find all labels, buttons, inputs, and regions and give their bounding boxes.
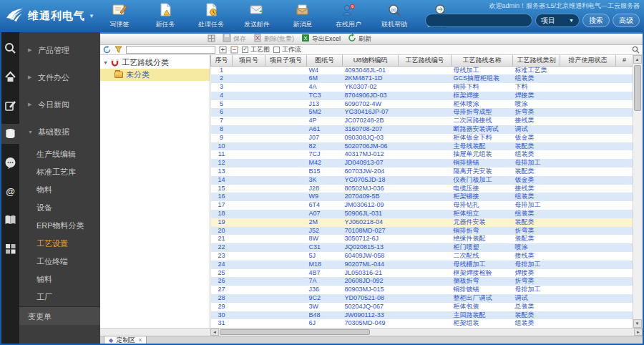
- table-row[interactable]: 74PJC070248-2B二次回路接线接线类: [211, 117, 633, 125]
- refresh-button[interactable]: 刷新: [348, 34, 371, 44]
- toolbar-help-button[interactable]: oo 联机帮助: [376, 3, 412, 29]
- scroll-up-icon[interactable]: ▲: [633, 55, 642, 64]
- table-row[interactable]: 24M1890207ML-044母线槽加工母排加工: [211, 261, 633, 269]
- sidebar-item-7[interactable]: 辅料: [19, 271, 100, 288]
- table-row[interactable]: 289C2YD070521-08整柜出厂调试调试: [211, 294, 633, 303]
- tree-filter-input[interactable]: [126, 46, 215, 54]
- table-row[interactable]: 10825020706JM-06主母线装配装配类: [211, 142, 633, 151]
- table-row[interactable]: 192MYJ060218-04元器件安装装配类: [211, 218, 633, 227]
- table-row[interactable]: 15J2880502MJ-036电缆压接接线类: [211, 185, 633, 193]
- column-header[interactable]: 工艺路线类别: [513, 55, 560, 66]
- table-row[interactable]: 8A613160708-207断路器安装调试调试: [211, 125, 633, 134]
- table-row[interactable]: 1W44093048JL-01母线加工标准工艺类: [211, 66, 633, 74]
- table-search-icon[interactable]: [632, 46, 640, 54]
- search-button[interactable]: 搜索: [582, 14, 610, 27]
- export-excel-button[interactable]: X 导出Excel: [301, 34, 341, 44]
- table-row[interactable]: 176T4JM030612-09母排钻孔母排加工: [211, 201, 633, 210]
- scroll-down-icon[interactable]: ▼: [633, 319, 642, 328]
- column-header[interactable]: 排产使用状态: [560, 55, 616, 66]
- tree-root-node[interactable]: ▼ 工艺路线分类: [100, 57, 210, 69]
- column-header[interactable]: #: [616, 55, 633, 66]
- toolbar-new-message-button[interactable]: 新消息: [285, 3, 321, 29]
- table-row[interactable]: 218W3050712-6J绝缘件装配装配类: [211, 235, 633, 243]
- sidebar-item-0[interactable]: 生产线编辑: [19, 145, 100, 163]
- workflow-checkbox[interactable]: 工作流: [273, 45, 301, 54]
- table-row[interactable]: 20J5270108MD-027铜排折弯折弯类: [211, 227, 633, 235]
- horizontal-scroll-thumb[interactable]: [220, 329, 370, 335]
- process-diagram-checkbox[interactable]: ✓ 工艺图: [242, 45, 270, 54]
- table-row[interactable]: 16W92070409-5B柜架铆接组装类: [211, 193, 633, 201]
- table-row[interactable]: 26M2KM4871-1DGCS抽屉柜组装组装类: [211, 74, 633, 83]
- filter-icon[interactable]: [114, 46, 122, 54]
- rail-gallery-icon[interactable]: [1, 238, 19, 258]
- sidebar-item-8[interactable]: 工厂: [19, 288, 100, 306]
- tree-refresh-icon[interactable]: [103, 46, 111, 54]
- table-row[interactable]: 12M42JD040913-07铜排搪锡母排加工: [211, 159, 633, 167]
- sidebar-item-2[interactable]: 物料: [19, 181, 100, 199]
- table-row[interactable]: 235J60409JW-058二次配线接线类: [211, 252, 633, 261]
- column-header[interactable]: 工艺路线名称: [452, 55, 513, 66]
- toolbar-new-task-button[interactable]: 新任务: [147, 3, 183, 29]
- close-icon[interactable]: ×: [138, 336, 142, 344]
- expand-all-icon[interactable]: [219, 46, 227, 54]
- sidebar-item-3[interactable]: 设备: [19, 199, 100, 217]
- collapse-all-icon[interactable]: [230, 46, 238, 54]
- table-row[interactable]: 34AYK0307-02铜排下料下料: [211, 83, 633, 92]
- vertical-scroll-thumb[interactable]: [634, 65, 641, 111]
- table-row[interactable]: 9J07090308JQ-03柜体钣金下料钣金类: [211, 134, 633, 142]
- table-row[interactable]: 5J136090702-4W柜体喷涂喷涂: [211, 100, 633, 109]
- app-logo[interactable]: 维通利电气 ▼: [0, 8, 102, 25]
- rail-chat-icon[interactable]: [1, 152, 19, 172]
- column-header[interactable]: 工艺路线编号: [399, 55, 452, 66]
- table-row[interactable]: 30B48JW090112-33主回路装配装配类: [211, 311, 633, 320]
- toolbar-note-button[interactable]: 写便签: [102, 3, 137, 29]
- sidebar-section-files[interactable]: ▶ 文件办公: [19, 64, 100, 91]
- column-header[interactable]: U8物料编码: [343, 55, 399, 66]
- scroll-right-icon[interactable]: ►: [634, 329, 643, 336]
- column-header[interactable]: 序号: [211, 55, 233, 66]
- sidebar-section-news[interactable]: ▶ 今日新闻: [19, 91, 100, 118]
- horizontal-scrollbar[interactable]: ◄ ►: [210, 328, 643, 336]
- column-header[interactable]: 图纸号: [307, 55, 343, 66]
- sidebar-item-6[interactable]: 工位终端: [19, 253, 100, 271]
- table-row[interactable]: 13B1560703JW-204隔离开关安装装配类: [211, 167, 633, 176]
- sidebar-section-product[interactable]: ▶ 产品管理: [19, 37, 100, 64]
- table-row[interactable]: 27J3680903MJ-015铜排镀锡母排加工: [211, 286, 633, 294]
- rail-book-icon[interactable]: [1, 210, 19, 230]
- scroll-left-icon[interactable]: ◄: [210, 329, 219, 336]
- column-header[interactable]: 项目号: [233, 55, 265, 66]
- table-row[interactable]: 254B7JL050316-21框架焊接检验焊接类: [211, 269, 633, 278]
- table-row[interactable]: 293W50204JQ-067柜体包装总装类: [211, 303, 633, 311]
- toolbar-online-users-button[interactable]: 9 在线用户: [331, 3, 366, 29]
- table-row[interactable]: 143KYG0705JD-18仪表门板加工钣金类: [211, 176, 633, 185]
- table-row[interactable]: 267A20608JD-092侧板折弯折弯类: [211, 277, 633, 286]
- sidebar-section-changeorder[interactable]: 变更单: [19, 306, 100, 325]
- vertical-scrollbar[interactable]: ▲ ▼: [633, 55, 641, 328]
- column-header[interactable]: 项目子项号: [265, 55, 307, 66]
- search-category-select[interactable]: 项目 ▼: [535, 14, 580, 27]
- tree-node-unclassified[interactable]: 未分类: [100, 69, 210, 81]
- rail-home-icon[interactable]: [1, 67, 19, 87]
- rail-search-icon[interactable]: [1, 38, 19, 58]
- save-button[interactable]: 保存: [223, 34, 246, 44]
- sidebar-item-5[interactable]: 工艺设置: [19, 235, 100, 253]
- search-input[interactable]: [425, 14, 532, 27]
- logo-dropdown-caret[interactable]: ▼: [89, 13, 94, 19]
- table-row[interactable]: 22C31JQ020815-13柜门喷塑喷涂: [211, 243, 633, 252]
- sidebar-item-4[interactable]: ERP物料分类: [19, 217, 100, 235]
- table-row[interactable]: 117CJ40317MJ-012抽屉单元组装组装类: [211, 150, 633, 159]
- grid-icon[interactable]: [208, 34, 215, 44]
- delete-batch-button[interactable]: 删除(批量): [253, 34, 294, 44]
- rail-edit-icon[interactable]: [1, 95, 19, 115]
- toolbar-handle-task-button[interactable]: 处理任务: [193, 3, 229, 29]
- sidebar-section-basedata[interactable]: ▼ 基础数据: [19, 118, 100, 145]
- advanced-search-button[interactable]: 高级: [613, 14, 640, 27]
- table-row[interactable]: 65M2YG30416JP-07母排折弯成型折弯类: [211, 108, 633, 117]
- table-row[interactable]: 316J70305MD-049柜架组装组装类: [211, 319, 633, 328]
- custom-zone-tab[interactable]: ◆ 定制区 ×: [104, 336, 147, 344]
- toolbar-send-mail-button[interactable]: 发送邮件: [239, 3, 275, 29]
- rail-contact-icon[interactable]: @: [1, 181, 19, 201]
- sidebar-item-1[interactable]: 标准工艺库: [19, 163, 100, 181]
- table-row[interactable]: 4TC38704906JD-03框架焊接焊接类: [211, 92, 633, 100]
- table-row[interactable]: 18A0750906JL-031柜体组立组装类: [211, 210, 633, 218]
